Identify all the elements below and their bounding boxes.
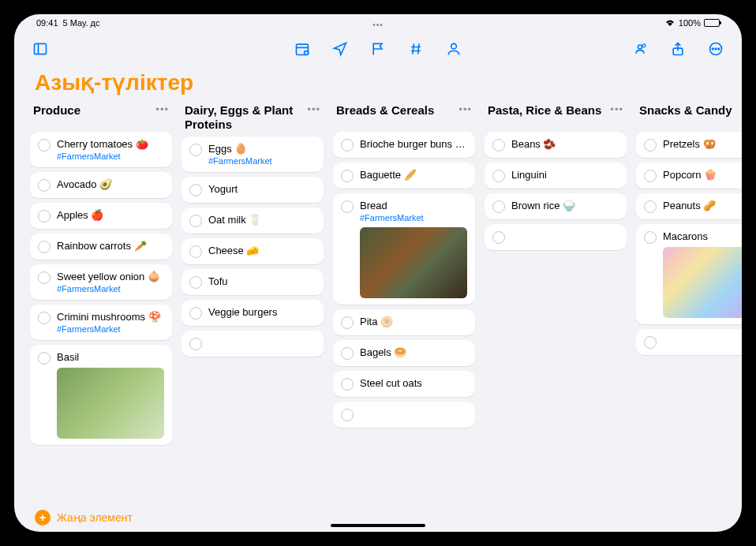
checkbox-circle[interactable] — [38, 179, 51, 192]
item-label: Pita 🫓 — [360, 316, 467, 327]
checkbox-circle[interactable] — [189, 184, 202, 196]
list-item[interactable]: Baguette 🥖 — [333, 163, 475, 189]
list-item[interactable]: Eggs 🥚#FarmersMarket — [182, 136, 324, 172]
list-item[interactable]: Macarons — [636, 224, 742, 324]
checkbox-circle[interactable] — [492, 139, 505, 151]
checkbox-circle[interactable] — [341, 170, 354, 182]
checkbox-circle[interactable] — [189, 338, 202, 350]
list-item[interactable]: Pita 🫓 — [333, 309, 475, 335]
list-item[interactable]: Tofu — [182, 269, 324, 295]
column-more-icon[interactable]: ••• — [458, 103, 472, 115]
sidebar-icon[interactable] — [30, 39, 51, 59]
page-title: Азық-түліктер — [14, 66, 742, 103]
checkbox-circle[interactable] — [189, 215, 202, 227]
item-body: Oat milk 🥛 — [208, 214, 316, 227]
list-item[interactable]: Steel cut oats — [333, 371, 475, 397]
item-tag[interactable]: #FarmersMarket — [57, 151, 164, 161]
checkbox-circle[interactable] — [644, 336, 657, 349]
hashtag-icon[interactable] — [406, 39, 426, 59]
list-item[interactable]: Cherry tomatoes 🍅#FarmersMarket — [30, 132, 172, 167]
item-body: Brown rice 🍚 — [511, 200, 619, 213]
list-item[interactable] — [636, 329, 742, 355]
list-item[interactable]: Sweet yellow onion 🧅#FarmersMarket — [30, 264, 172, 300]
checkbox-circle[interactable] — [38, 241, 51, 253]
checkbox-circle[interactable] — [189, 276, 202, 289]
svg-line-8 — [418, 43, 420, 54]
list-item[interactable]: Peanuts 🥜 — [636, 193, 742, 219]
location-icon[interactable] — [330, 39, 350, 59]
list-item[interactable]: Rainbow carrots 🥕 — [30, 234, 172, 260]
checkbox-circle[interactable] — [189, 144, 202, 156]
items-list: Pretzels 🥨Popcorn 🍿Peanuts 🥜Macarons — [636, 132, 742, 355]
item-tag[interactable]: #FarmersMarket — [57, 284, 164, 294]
checkbox-circle[interactable] — [38, 352, 51, 365]
checkbox-circle[interactable] — [644, 231, 657, 244]
column-more-icon[interactable]: ••• — [155, 103, 169, 115]
list-item[interactable] — [485, 224, 627, 250]
checkbox-circle[interactable] — [38, 312, 51, 324]
item-tag[interactable]: #FarmersMarket — [57, 324, 164, 334]
list-item[interactable]: Oat milk 🥛 — [182, 208, 324, 234]
add-item-button[interactable]: + Жаңа элемент — [14, 502, 742, 532]
list-item[interactable]: Linguini — [485, 163, 627, 189]
list-item[interactable]: Veggie burgers — [182, 300, 324, 326]
item-label: Oat milk 🥛 — [208, 214, 316, 226]
list-item[interactable]: Crimini mushrooms 🍄#FarmersMarket — [30, 305, 172, 340]
checkbox-circle[interactable] — [341, 347, 354, 360]
item-body: Linguini — [511, 169, 619, 182]
item-label: Cheese 🧀 — [208, 245, 316, 256]
share-icon[interactable] — [668, 39, 688, 59]
checkbox-circle[interactable] — [38, 271, 51, 284]
list-item[interactable]: Brown rice 🍚 — [485, 193, 627, 219]
list-item[interactable] — [333, 402, 475, 428]
list-item[interactable]: Pretzels 🥨 — [636, 132, 742, 158]
list-item[interactable]: Basil — [30, 345, 172, 445]
list-item[interactable]: Bagels 🥯 — [333, 340, 475, 366]
list-item[interactable]: Bread#FarmersMarket — [333, 193, 475, 305]
checkbox-circle[interactable] — [38, 139, 51, 151]
list-item[interactable] — [182, 331, 324, 357]
item-image — [663, 247, 742, 318]
home-indicator[interactable] — [331, 524, 425, 527]
checkbox-circle[interactable] — [189, 307, 202, 320]
list-item[interactable]: Popcorn 🍿 — [636, 163, 742, 189]
checkbox-circle[interactable] — [644, 139, 657, 151]
item-label: Apples 🍎 — [57, 209, 164, 221]
item-label: Bread — [360, 200, 467, 211]
calendar-icon[interactable] — [292, 39, 313, 59]
list-item[interactable]: Cheese 🧀 — [182, 238, 324, 264]
checkbox-circle[interactable] — [644, 200, 657, 213]
person-icon[interactable] — [443, 39, 464, 59]
flag-icon[interactable] — [368, 39, 388, 59]
checkbox-circle[interactable] — [492, 231, 505, 244]
checkbox-circle[interactable] — [38, 210, 51, 223]
checkbox-circle[interactable] — [341, 139, 354, 151]
checkbox-circle[interactable] — [492, 170, 505, 182]
item-body: Steel cut oats — [360, 377, 467, 391]
more-icon[interactable] — [705, 39, 726, 59]
column-more-icon[interactable]: ••• — [307, 103, 320, 115]
checkbox-circle[interactable] — [189, 245, 202, 258]
columns-container[interactable]: Produce•••Cherry tomatoes 🍅#FarmersMarke… — [14, 103, 742, 502]
list-item[interactable]: Beans 🫘 — [485, 132, 627, 158]
item-tag[interactable]: #FarmersMarket — [360, 213, 467, 223]
multitask-dots[interactable]: ••• — [372, 21, 384, 29]
column-more-icon[interactable]: ••• — [610, 103, 623, 115]
collaborate-icon[interactable] — [630, 39, 650, 59]
checkbox-circle[interactable] — [341, 200, 354, 213]
column: Pasta, Rice & Beans•••Beans 🫘LinguiniBro… — [485, 103, 627, 502]
item-label: Brown rice 🍚 — [511, 200, 619, 211]
checkbox-circle[interactable] — [644, 170, 657, 182]
item-body: Pretzels 🥨 — [663, 138, 742, 151]
item-tag[interactable]: #FarmersMarket — [208, 156, 316, 166]
checkbox-circle[interactable] — [492, 200, 505, 213]
checkbox-circle[interactable] — [341, 409, 354, 421]
checkbox-circle[interactable] — [341, 378, 354, 391]
device-frame: ••• 09:41 5 Мау. дс 100% — [0, 0, 756, 546]
list-item[interactable]: Avocado 🥑 — [30, 172, 172, 198]
list-item[interactable]: Yogurt — [182, 177, 324, 203]
toolbar — [14, 32, 742, 66]
list-item[interactable]: Apples 🍎 — [30, 203, 172, 229]
list-item[interactable]: Brioche burger buns 🍔 — [333, 132, 475, 158]
checkbox-circle[interactable] — [341, 316, 354, 329]
